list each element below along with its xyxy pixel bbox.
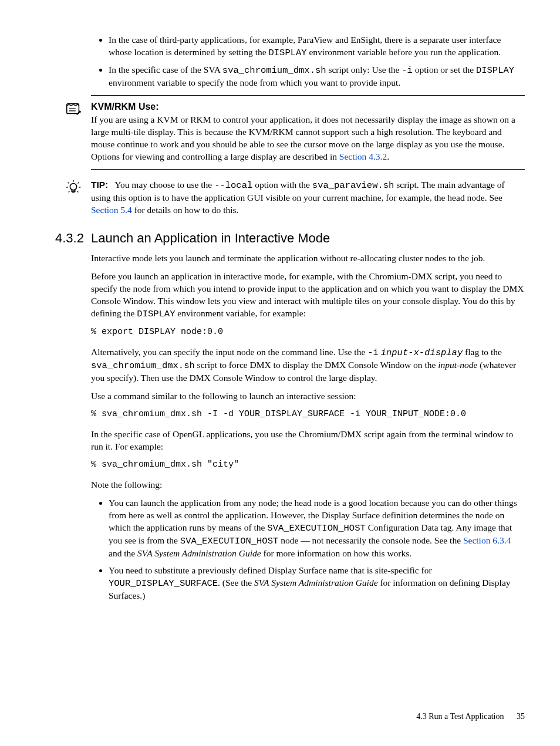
- text: You need to substitute a previously defi…: [109, 565, 432, 575]
- inline-code: DISPLAY: [268, 48, 306, 58]
- list-item: In the specific case of the SVA sva_chro…: [109, 64, 525, 89]
- section-link[interactable]: Section 4.3.2: [339, 151, 387, 161]
- intro-bullet-list: In the case of third-party applications,…: [91, 34, 525, 89]
- page: In the case of third-party applications,…: [0, 0, 560, 746]
- list-item: You need to substitute a previously defi…: [109, 565, 525, 602]
- divider: [91, 169, 525, 170]
- page-footer: 4.3 Run a Test Application 35: [416, 711, 525, 723]
- paragraph: Note the following:: [91, 479, 525, 491]
- footer-section: 4.3 Run a Test Application: [416, 712, 504, 721]
- paragraph: Alternatively, you can specify the input…: [91, 346, 525, 384]
- section-title: Launch an Application in Interactive Mod…: [91, 229, 330, 247]
- paragraph: In the specific case of OpenGL applicati…: [91, 428, 525, 453]
- text: flag to the: [463, 347, 502, 357]
- inline-code: DISPLAY: [476, 65, 514, 76]
- section-body: Interactive mode lets you launch and ter…: [91, 252, 525, 602]
- tip-block: TIP: You may choose to use the --local o…: [91, 179, 525, 217]
- text: for details on how to do this.: [132, 205, 239, 215]
- divider: [91, 95, 525, 96]
- paragraph: Use a command similar to the following t…: [91, 390, 525, 403]
- text: option with the: [252, 180, 312, 190]
- inline-code: -i: [402, 65, 413, 76]
- list-item: You can launch the application from any …: [109, 497, 525, 560]
- text: script to force DMX to display the DMX C…: [195, 360, 438, 370]
- text: and the: [109, 548, 137, 558]
- kvm-heading: KVM/RKM Use:: [91, 100, 525, 113]
- text: environment variable before you run the …: [307, 47, 501, 57]
- text: environment variable, for example:: [175, 308, 306, 318]
- text: If you are using a KVM or RKM to control…: [91, 114, 515, 161]
- tip-label: TIP:: [91, 180, 108, 190]
- inline-code: --local: [214, 180, 252, 191]
- text: option or set the: [413, 65, 476, 75]
- text: environment variable to specify the node…: [109, 77, 400, 87]
- text: .: [387, 151, 389, 161]
- inline-code: sva_chromium_dmx.sh: [222, 65, 326, 76]
- text: Alternatively, you can specify the input…: [91, 347, 367, 357]
- notes-bullet-list: You can launch the application from any …: [91, 497, 525, 602]
- text: node — not necessarily the console node.…: [278, 535, 463, 545]
- text: for more information on how this works.: [261, 548, 412, 558]
- intro-bullets-block: In the case of third-party applications,…: [91, 34, 525, 96]
- inline-code: SVA_EXECUTION_HOST: [180, 536, 278, 546]
- inline-code: -i: [367, 347, 379, 358]
- italic-text: SVA System Administration Guide: [137, 548, 261, 558]
- inline-code: sva_chromium_dmx.sh: [91, 360, 195, 371]
- paragraph: Before you launch an application in inte…: [91, 271, 525, 320]
- inline-code: sva_paraview.sh: [312, 180, 394, 191]
- text: You may choose to use the: [114, 180, 214, 190]
- inline-code: SVA_EXECUTION_HOST: [267, 523, 365, 534]
- kvm-note: KVM/RKM Use: If you are using a KVM or R…: [91, 100, 525, 170]
- code-block: % export DISPLAY node:0.0: [91, 326, 525, 338]
- inline-code-italic: input-x-display: [381, 347, 463, 358]
- section-number: 4.3.2: [35, 229, 91, 247]
- inline-code: YOUR_DISPLAY_SURFACE: [109, 578, 218, 589]
- section-heading: 4.3.2 Launch an Application in Interacti…: [35, 229, 525, 247]
- tip-body: TIP: You may choose to use the --local o…: [91, 179, 525, 217]
- lightbulb-icon: [65, 179, 82, 197]
- note-icon: [65, 100, 82, 118]
- text: . (See the: [218, 578, 254, 588]
- italic-text: input-node: [438, 360, 477, 370]
- code-block: % sva_chromium_dmx.sh -I -d YOUR_DISPLAY…: [91, 409, 525, 420]
- section-link[interactable]: Section 6.3.4: [463, 535, 511, 545]
- list-item: In the case of third-party applications,…: [109, 34, 525, 59]
- paragraph: Interactive mode lets you launch and ter…: [91, 252, 525, 265]
- text: script only: Use the: [326, 65, 402, 75]
- italic-text: SVA System Administration Guide: [254, 578, 378, 588]
- footer-page-number: 35: [517, 712, 525, 721]
- kvm-body: If you are using a KVM or RKM to control…: [91, 114, 525, 163]
- inline-code: DISPLAY: [137, 309, 175, 319]
- section-link[interactable]: Section 5.4: [91, 205, 132, 215]
- text: In the specific case of the SVA: [109, 65, 222, 75]
- svg-point-1: [70, 183, 76, 190]
- code-block: % sva_chromium_dmx.sh "city": [91, 459, 525, 471]
